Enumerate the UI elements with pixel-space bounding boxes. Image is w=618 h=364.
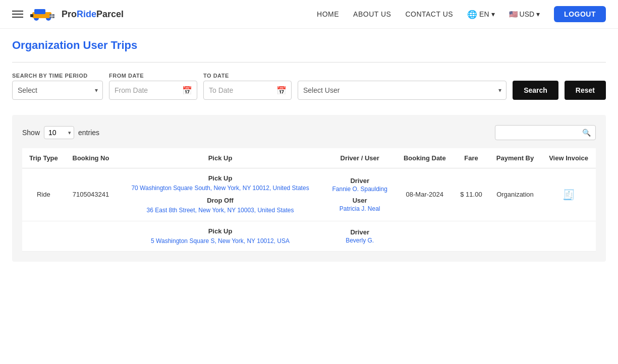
cell-booking-date-2 (396, 221, 454, 252)
entries-label: entries (78, 129, 99, 137)
cell-booking-no-2 (65, 221, 117, 252)
pickup-label: Pick Up (122, 174, 319, 182)
user-name: Patricia J. Neal (329, 205, 391, 212)
time-period-label: SEARCH BY TIME PERIOD (12, 73, 103, 79)
entries-select-wrap: 10 25 50 100 ▾ (44, 126, 74, 139)
user-filter-label (298, 73, 507, 79)
language-label: EN (479, 10, 489, 18)
col-pick-up: Pick Up (117, 148, 324, 168)
cell-view-invoice[interactable]: 🧾 (541, 168, 596, 221)
col-trip-type: Trip Type (22, 148, 65, 168)
page-content: Organization User Trips SEARCH BY TIME P… (0, 29, 618, 272)
from-date-input-wrap: 📅 (109, 81, 197, 100)
currency-flag-icon: 🇺🇸 (509, 10, 518, 18)
nav-home[interactable]: HOME (317, 10, 339, 18)
cell-booking-no: 7105043241 (65, 168, 117, 221)
globe-icon: 🌐 (467, 10, 477, 19)
driver-name-2: Beverly G. (329, 237, 391, 244)
col-driver-user: Driver / User (324, 148, 396, 168)
time-period-filter-group: SEARCH BY TIME PERIOD Select Today This … (12, 73, 103, 100)
user-select[interactable]: Select User (298, 81, 507, 100)
to-date-input-wrap: 📅 (203, 81, 292, 100)
pickup-label-2: Pick Up (122, 227, 319, 235)
dropoff-label: Drop Off (122, 197, 319, 204)
page-title: Organization User Trips (12, 39, 606, 52)
cell-pick-up: Pick Up 70 Washington Square South, New … (117, 168, 324, 221)
show-label: Show (22, 129, 40, 137)
col-fare: Fare (454, 148, 489, 168)
user-label: User (329, 197, 391, 204)
table-search-wrap: 🔍 (495, 125, 596, 140)
table-controls: Show 10 25 50 100 ▾ entries 🔍 (22, 125, 596, 140)
cell-payment-by-2 (489, 221, 541, 252)
from-date-filter-group: FROM DATE 📅 (109, 73, 197, 100)
cell-pick-up-2: Pick Up 5 Washington Square S, New York,… (117, 221, 324, 252)
svg-rect-4 (30, 14, 33, 17)
currency-arrow-icon: ▾ (536, 10, 540, 18)
table-row: Pick Up 5 Washington Square S, New York,… (22, 221, 596, 252)
col-view-invoice: View Invoice (541, 148, 596, 168)
divider (12, 62, 606, 63)
table-row: Ride 7105043241 Pick Up 70 Washington Sq… (22, 168, 596, 221)
cell-fare: $ 11.00 (454, 168, 489, 221)
logout-button[interactable]: LOGOUT (554, 6, 606, 22)
hamburger-icon[interactable] (12, 11, 23, 18)
currency-selector[interactable]: 🇺🇸 USD ▾ (509, 10, 540, 18)
cell-trip-type-2 (22, 221, 65, 252)
cell-driver-user: Driver Fannie O. Spaulding User Patricia… (324, 168, 396, 221)
currency-label: USD (520, 10, 535, 18)
user-filter-group: Select User ▾ (298, 73, 507, 100)
pickup-address: 70 Washington Square South, New York, NY… (122, 184, 319, 193)
time-period-select-wrap: Select Today This Week This Month ▾ (12, 81, 103, 100)
cell-trip-type: Ride (22, 168, 65, 221)
driver-label-2: Driver (329, 228, 391, 236)
invoice-icon[interactable]: 🧾 (563, 189, 575, 200)
table-search-input[interactable] (495, 125, 596, 140)
from-date-input[interactable] (109, 81, 197, 100)
cell-driver-user-2: Driver Beverly G. (324, 221, 396, 252)
time-period-select[interactable]: Select Today This Week This Month (12, 81, 103, 100)
header: ProRideParcel HOME ABOUT US CONTACT US 🌐… (0, 0, 618, 29)
data-table: Trip Type Booking No Pick Up Driver / Us… (22, 148, 596, 252)
svg-rect-3 (34, 9, 45, 14)
user-select-wrap: Select User ▾ (298, 81, 507, 100)
col-booking-no: Booking No (65, 148, 117, 168)
logo-text: ProRideParcel (62, 9, 124, 20)
col-payment-by: Payment By (489, 148, 541, 168)
show-entries: Show 10 25 50 100 ▾ entries (22, 126, 99, 139)
to-date-label: TO DATE (203, 73, 292, 79)
nav-about[interactable]: ABOUT US (353, 10, 391, 18)
cell-fare-2 (454, 221, 489, 252)
cell-view-invoice-2 (541, 221, 596, 252)
cell-payment-by: Organization (489, 168, 541, 221)
main-nav: HOME ABOUT US CONTACT US 🌐 EN ▾ 🇺🇸 USD ▾… (317, 6, 606, 22)
from-date-label: FROM DATE (109, 73, 197, 79)
language-selector[interactable]: 🌐 EN ▾ (467, 10, 494, 19)
to-date-input[interactable] (203, 81, 292, 100)
entries-select[interactable]: 10 25 50 100 (44, 126, 74, 139)
driver-label: Driver (329, 177, 391, 185)
search-button[interactable]: Search (513, 81, 558, 100)
reset-button[interactable]: Reset (565, 81, 606, 100)
dropoff-address: 36 East 8th Street, New York, NY 10003, … (122, 206, 319, 215)
language-arrow-icon: ▾ (491, 10, 495, 18)
user-section: User Patricia J. Neal (329, 197, 391, 212)
cell-booking-date: 08-Mar-2024 (396, 168, 454, 221)
dropoff-section: Drop Off 36 East 8th Street, New York, N… (122, 197, 319, 215)
col-booking-date: Booking Date (396, 148, 454, 168)
header-left: ProRideParcel (12, 5, 124, 23)
logo-icon (29, 5, 55, 23)
nav-contact[interactable]: CONTACT US (405, 10, 453, 18)
pickup-address-2: 5 Washington Square S, New York, NY 1001… (122, 237, 319, 246)
table-header-row: Trip Type Booking No Pick Up Driver / Us… (22, 148, 596, 168)
driver-name: Fannie O. Spaulding (329, 186, 391, 193)
filter-row: SEARCH BY TIME PERIOD Select Today This … (12, 73, 606, 100)
table-section: Show 10 25 50 100 ▾ entries 🔍 (12, 115, 606, 262)
to-date-filter-group: TO DATE 📅 (203, 73, 292, 100)
